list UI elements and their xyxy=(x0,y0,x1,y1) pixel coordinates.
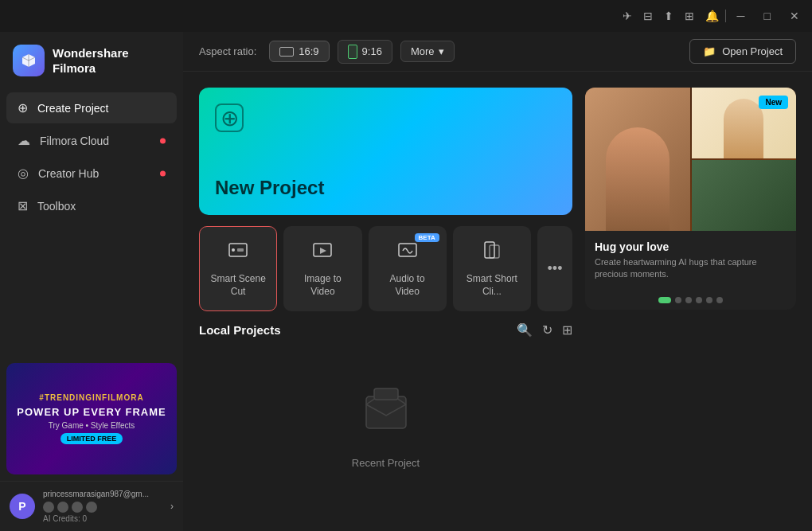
title-bar-icons: ✈ ⊟ ⬆ ⊞ 🔔 xyxy=(623,10,719,22)
svg-rect-8 xyxy=(366,396,406,428)
sidebar-item-toolbox[interactable]: ⊠ Toolbox xyxy=(6,190,177,221)
new-project-card[interactable]: ⊕ New Project xyxy=(199,88,572,215)
aspect-16x9-icon xyxy=(279,47,294,57)
app-body: Wondershare Filmora ⊕ Create Project ☁ F… xyxy=(0,32,812,531)
smart-scene-cut-label: Smart Scene Cut xyxy=(208,273,268,298)
notification-dot xyxy=(160,170,166,176)
banner-title: POWER UP EVERY FRAME xyxy=(17,406,166,419)
open-project-button[interactable]: 📁 Open Project xyxy=(689,39,796,64)
close-button[interactable]: ✕ xyxy=(785,8,804,24)
maximize-button[interactable]: □ xyxy=(759,8,775,24)
app-logo-icon xyxy=(13,45,45,76)
aspect-ratio-label: Aspect ratio: xyxy=(199,45,256,57)
bell-icon[interactable]: 🔔 xyxy=(705,10,719,22)
aspect-16x9-label: 16:9 xyxy=(299,45,318,57)
title-bar: ✈ ⊟ ⬆ ⊞ 🔔 ─ □ ✕ xyxy=(0,0,812,32)
more-label: More xyxy=(411,45,435,57)
filmora-cloud-icon: ☁ xyxy=(18,133,30,148)
social-icon-3 xyxy=(72,502,83,513)
banner-hashtag: #TRENDINGINFILMORA xyxy=(39,393,143,403)
open-project-label: Open Project xyxy=(722,45,783,57)
aspect-9x16-icon xyxy=(348,45,357,59)
local-projects-section: Local Projects 🔍 ↻ ⊞ xyxy=(199,322,572,501)
empty-label: Recent Project xyxy=(352,457,420,469)
user-social-icons xyxy=(43,502,162,513)
sidebar: Wondershare Filmora ⊕ Create Project ☁ F… xyxy=(0,32,183,531)
carousel-dot-1[interactable] xyxy=(658,297,671,303)
aspect-ratio-9x16-button[interactable]: 9:16 xyxy=(338,40,392,64)
person-silhouette xyxy=(606,127,670,231)
carousel-dot-6[interactable] xyxy=(716,297,723,303)
minimize-button[interactable]: ─ xyxy=(732,8,750,24)
featured-image: New xyxy=(585,88,796,231)
sidebar-item-create-project[interactable]: ⊕ Create Project xyxy=(6,92,177,123)
tool-image-to-video[interactable]: Image to Video xyxy=(283,226,361,311)
content-area: ⊕ New Project Smart Scene Cut xyxy=(183,72,812,531)
folder-icon: 📁 xyxy=(703,45,716,57)
banner-content: #TRENDINGINFILMORA POWER UP EVERY FRAME … xyxy=(6,363,177,474)
user-email: princessmarasigan987@gm... xyxy=(43,490,162,498)
search-button[interactable]: 🔍 xyxy=(517,322,533,338)
user-avatar: P xyxy=(10,494,35,519)
tool-smart-scene-cut[interactable]: Smart Scene Cut xyxy=(199,226,277,311)
smart-short-clip-icon xyxy=(481,240,503,267)
user-expand-icon[interactable]: › xyxy=(170,501,174,512)
aspect-ratio-16x9-button[interactable]: 16:9 xyxy=(269,41,329,62)
carousel-dots xyxy=(585,291,796,310)
sidebar-logo: Wondershare Filmora xyxy=(0,32,183,92)
tool-smart-short-clip[interactable]: Smart Short Cli... xyxy=(453,226,531,311)
tools-row: Smart Scene Cut Image to Video BETA xyxy=(199,226,572,311)
screen-icon[interactable]: ⊟ xyxy=(643,10,653,22)
featured-description: Create heartwarming AI hugs that capture… xyxy=(595,256,787,281)
social-icon-2 xyxy=(57,502,68,513)
view-toggle-button[interactable]: ⊞ xyxy=(562,322,572,338)
sidebar-banner[interactable]: #TRENDINGINFILMORA POWER UP EVERY FRAME … xyxy=(6,363,177,474)
chevron-down-icon: ▾ xyxy=(439,45,444,57)
tools-more-button[interactable]: ••• xyxy=(537,226,572,311)
aspect-9x16-label: 9:16 xyxy=(362,45,382,57)
local-projects-title: Local Projects xyxy=(199,323,281,337)
section-actions: 🔍 ↻ ⊞ xyxy=(517,322,572,338)
user-credits: AI Credits: 0 xyxy=(43,514,162,523)
featured-info: Hug your love Create heartwarming AI hug… xyxy=(585,231,796,291)
sidebar-item-label: Creator Hub xyxy=(38,167,99,180)
empty-box-icon xyxy=(354,381,418,447)
section-header: Local Projects 🔍 ↻ ⊞ xyxy=(199,322,572,338)
photo-cell-bottom-right xyxy=(692,160,797,231)
grid-icon[interactable]: ⊞ xyxy=(685,10,694,22)
audio-to-video-label: Audio to Video xyxy=(377,273,438,298)
beta-badge: BETA xyxy=(415,233,439,242)
sidebar-item-label: Filmora Cloud xyxy=(40,135,109,147)
upload-icon[interactable]: ⬆ xyxy=(664,10,673,22)
notification-dot xyxy=(160,138,166,143)
image-to-video-icon xyxy=(311,240,334,267)
creator-hub-icon: ◎ xyxy=(18,166,29,181)
refresh-button[interactable]: ↻ xyxy=(542,322,552,338)
svg-point-1 xyxy=(232,248,235,252)
carousel-dot-4[interactable] xyxy=(696,297,702,303)
banner-badge: LIMITED FREE xyxy=(61,433,123,444)
toolbar: Aspect ratio: 16:9 9:16 More ▾ 📁 Open Pr… xyxy=(183,32,812,72)
featured-card[interactable]: New Hug your love Create heartwarming AI… xyxy=(585,88,796,310)
sidebar-item-filmora-cloud[interactable]: ☁ Filmora Cloud xyxy=(6,125,177,156)
carousel-dot-5[interactable] xyxy=(706,297,712,303)
sidebar-item-creator-hub[interactable]: ◎ Creator Hub xyxy=(6,158,177,189)
svg-rect-2 xyxy=(237,248,244,252)
carousel-dot-2[interactable] xyxy=(675,297,681,303)
app-name: Wondershare Filmora xyxy=(53,45,129,76)
banner-subtitle: Try Game • Style Effects xyxy=(49,421,135,430)
left-section: ⊕ New Project Smart Scene Cut xyxy=(199,88,572,515)
sidebar-item-label: Create Project xyxy=(37,102,108,115)
create-project-icon: ⊕ xyxy=(18,100,28,115)
svg-marker-4 xyxy=(320,248,326,254)
carousel-dot-3[interactable] xyxy=(685,297,692,303)
sidebar-navigation: ⊕ Create Project ☁ Filmora Cloud ◎ Creat… xyxy=(0,92,183,221)
share-icon[interactable]: ✈ xyxy=(623,10,632,22)
user-info: princessmarasigan987@gm... AI Credits: 0 xyxy=(43,490,162,523)
tool-audio-to-video[interactable]: BETA Audio to Video xyxy=(369,226,447,311)
social-icon-4 xyxy=(86,502,97,513)
user-profile[interactable]: P princessmarasigan987@gm... AI Credits:… xyxy=(0,481,183,531)
featured-title: Hug your love xyxy=(595,240,787,253)
more-button[interactable]: More ▾ xyxy=(400,41,455,62)
photo-cell-main xyxy=(585,88,690,231)
